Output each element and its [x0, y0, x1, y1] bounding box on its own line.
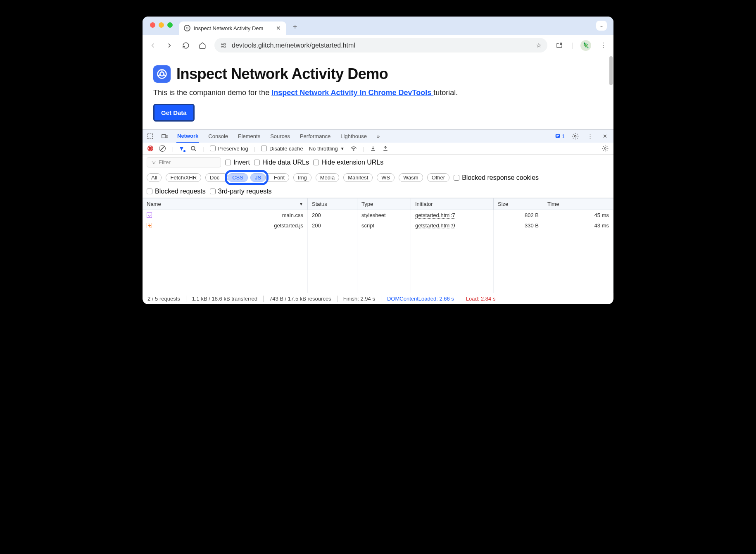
profile-avatar[interactable]: 🦎: [580, 40, 591, 51]
filter-input[interactable]: Filter: [147, 157, 221, 167]
initiator-link[interactable]: getstarted.html:7: [415, 212, 455, 219]
extensions-icon[interactable]: [555, 41, 564, 50]
scrollbar[interactable]: [609, 56, 613, 85]
network-conditions-icon[interactable]: [350, 145, 357, 152]
invert-checkbox[interactable]: Invert: [225, 159, 250, 166]
tab-lighthouse[interactable]: Lighthouse: [340, 130, 368, 142]
inspect-icon[interactable]: [147, 133, 153, 140]
record-button[interactable]: [147, 146, 153, 151]
js-file-icon: [147, 223, 152, 228]
get-data-button[interactable]: Get Data: [153, 104, 195, 122]
table-row[interactable]: main.css 200 stylesheet getstarted.html:…: [143, 210, 613, 220]
status-finish: Finish: 2.94 s: [338, 296, 381, 302]
network-settings-icon[interactable]: [602, 145, 609, 152]
filter-chip-fetch[interactable]: Fetch/XHR: [166, 173, 201, 182]
filter-bar: Filter Invert Hide data URLs Hide extens…: [143, 155, 613, 198]
filter-chip-other[interactable]: Other: [427, 173, 450, 182]
page-content: Inspect Network Activity Demo This is th…: [143, 56, 613, 129]
new-tab-button[interactable]: +: [293, 23, 297, 31]
blocked-cookies-checkbox[interactable]: Blocked response cookies: [454, 174, 539, 181]
css-file-icon: [147, 213, 152, 218]
browser-toolbar: devtools.glitch.me/network/getstarted.ht…: [143, 35, 613, 56]
column-header-size[interactable]: Size: [494, 198, 543, 210]
column-header-status[interactable]: Status: [308, 198, 357, 210]
chrome-logo-icon: [153, 65, 171, 83]
svg-rect-7: [162, 134, 166, 138]
blocked-requests-checkbox[interactable]: Blocked requests: [147, 188, 206, 195]
more-tabs-icon[interactable]: »: [376, 130, 380, 142]
svg-point-6: [160, 72, 164, 76]
forward-button[interactable]: [165, 41, 174, 50]
svg-point-0: [221, 44, 223, 45]
browser-window: Inspect Network Activity Dem ✕ + ⌄ devto…: [143, 17, 613, 304]
minimize-window-button[interactable]: [159, 22, 164, 28]
tab-sources[interactable]: Sources: [269, 130, 291, 142]
hide-data-urls-checkbox[interactable]: Hide data URLs: [254, 159, 309, 166]
site-info-icon[interactable]: [220, 42, 227, 49]
clear-button[interactable]: [159, 145, 166, 152]
devtools-menu-icon[interactable]: ⋮: [585, 132, 594, 141]
table-row[interactable]: getstarted.js 200 script getstarted.html…: [143, 220, 613, 231]
export-har-icon[interactable]: [382, 145, 389, 152]
filter-chip-wasm[interactable]: Wasm: [399, 173, 423, 182]
network-table-header: Name▼ Status Type Initiator Size Time: [143, 198, 613, 210]
filter-chip-ws[interactable]: WS: [377, 173, 395, 182]
close-devtools-button[interactable]: ✕: [600, 132, 609, 141]
device-toolbar-icon[interactable]: [162, 133, 168, 140]
bookmark-star-icon[interactable]: ☆: [536, 41, 542, 49]
column-header-initiator[interactable]: Initiator: [411, 198, 494, 210]
empty-rows: [143, 231, 613, 293]
svg-point-10: [574, 135, 576, 137]
filter-chip-media[interactable]: Media: [316, 173, 339, 182]
tab-performance[interactable]: Performance: [299, 130, 331, 142]
status-requests: 2 / 5 requests: [147, 296, 186, 302]
tab-strip: Inspect Network Activity Dem ✕ + ⌄: [143, 17, 613, 35]
throttling-select[interactable]: No throttling ▼: [309, 146, 345, 152]
svg-rect-8: [166, 135, 168, 138]
hide-extension-urls-checkbox[interactable]: Hide extension URLs: [313, 159, 383, 166]
close-tab-button[interactable]: ✕: [276, 25, 281, 31]
disable-cache-checkbox[interactable]: Disable cache: [261, 146, 303, 152]
home-icon[interactable]: [198, 41, 207, 50]
filter-chip-css[interactable]: CSS: [228, 173, 248, 182]
filter-chip-manifest[interactable]: Manifest: [343, 173, 373, 182]
third-party-checkbox[interactable]: 3rd-party requests: [210, 188, 272, 195]
initiator-link[interactable]: getstarted.html:9: [415, 222, 455, 229]
tab-console[interactable]: Console: [207, 130, 229, 142]
issues-button[interactable]: 1: [555, 133, 565, 139]
status-transferred: 1.1 kB / 18.6 kB transferred: [186, 296, 264, 302]
filter-chip-font[interactable]: Font: [265, 173, 289, 182]
back-button[interactable]: [148, 41, 157, 50]
tab-title: Inspect Network Activity Dem: [194, 25, 272, 31]
tutorial-link[interactable]: Inspect Network Activity In Chrome DevTo…: [271, 88, 433, 97]
reload-button[interactable]: [181, 41, 190, 50]
svg-point-11: [191, 146, 195, 150]
svg-point-2: [221, 46, 223, 47]
filter-chip-img[interactable]: Img: [293, 173, 311, 182]
network-status-bar: 2 / 5 requests 1.1 kB / 18.6 kB transfer…: [143, 293, 613, 304]
column-header-type[interactable]: Type: [357, 198, 411, 210]
divider: |: [571, 42, 573, 49]
column-header-time[interactable]: Time: [543, 198, 613, 210]
globe-icon: [184, 25, 190, 31]
browser-menu-icon[interactable]: ⋮: [599, 41, 608, 50]
svg-rect-9: [556, 134, 560, 137]
preserve-log-checkbox[interactable]: Preserve log: [210, 146, 248, 152]
filter-toggle-icon[interactable]: ▼: [178, 145, 184, 152]
tab-elements[interactable]: Elements: [237, 130, 261, 142]
import-har-icon[interactable]: [370, 145, 376, 152]
close-window-button[interactable]: [150, 22, 155, 28]
traffic-lights: [150, 22, 173, 28]
url-input[interactable]: devtools.glitch.me/network/getstarted.ht…: [214, 38, 547, 53]
svg-point-4: [560, 43, 562, 45]
filter-chip-all[interactable]: All: [147, 173, 162, 182]
maximize-window-button[interactable]: [167, 22, 173, 28]
tab-network[interactable]: Network: [176, 130, 199, 143]
sort-icon: ▼: [299, 202, 303, 206]
browser-tab[interactable]: Inspect Network Activity Dem ✕: [179, 21, 286, 35]
search-icon[interactable]: [190, 145, 197, 152]
tab-list-chevron[interactable]: ⌄: [596, 21, 607, 31]
column-header-name[interactable]: Name▼: [143, 198, 308, 210]
filter-chip-js[interactable]: JS: [250, 173, 266, 182]
settings-gear-icon[interactable]: [571, 132, 580, 141]
